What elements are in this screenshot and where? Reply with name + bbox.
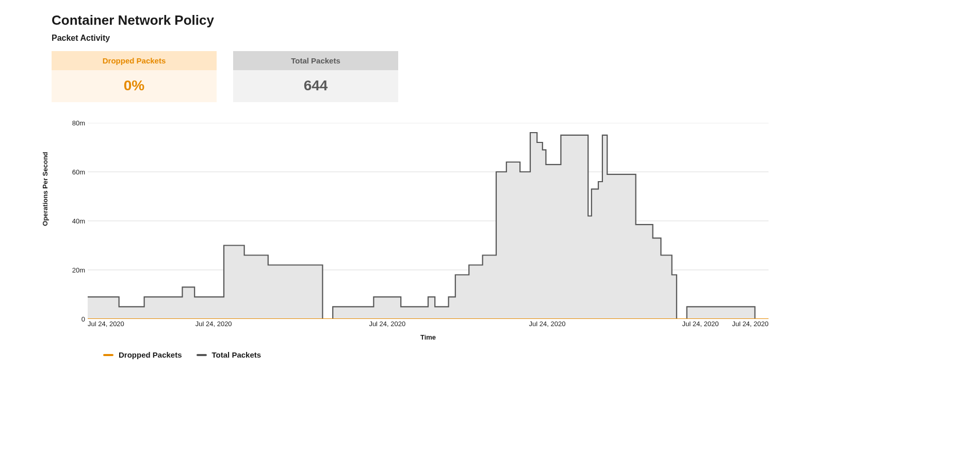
legend-label-dropped: Dropped Packets: [119, 350, 182, 359]
card-total-value: 644: [233, 70, 398, 102]
legend-item-dropped: Dropped Packets: [103, 350, 182, 359]
legend-swatch-dropped: [103, 354, 113, 356]
chart-y-ticks: 020m40m60m80m: [64, 123, 85, 319]
chart-plot-area[interactable]: [88, 123, 769, 319]
legend-item-total: Total Packets: [197, 350, 262, 359]
summary-cards: Dropped Packets 0% Total Packets 644: [52, 51, 789, 102]
card-total-label: Total Packets: [233, 51, 398, 70]
chart-x-tick: Jul 24, 2020: [369, 320, 405, 328]
chart-y-tick: 60m: [72, 168, 85, 176]
chart-y-tick: 40m: [72, 217, 85, 225]
chart-x-tick: Jul 24, 2020: [732, 320, 769, 328]
card-dropped-packets: Dropped Packets 0%: [52, 51, 217, 102]
chart-x-axis-label: Time: [88, 333, 769, 341]
packet-activity-chart: Operations Per Second 020m40m60m80m Jul …: [52, 123, 789, 359]
chart-y-axis-label: Operations Per Second: [41, 152, 49, 226]
card-dropped-value: 0%: [52, 70, 217, 102]
legend-label-total: Total Packets: [212, 350, 262, 359]
chart-x-tick: Jul 24, 2020: [195, 320, 232, 328]
chart-x-ticks: Jul 24, 2020Jul 24, 2020Jul 24, 2020Jul …: [88, 319, 769, 330]
chart-x-tick: Jul 24, 2020: [682, 320, 719, 328]
page-subtitle: Packet Activity: [52, 34, 789, 43]
chart-legend: Dropped Packets Total Packets: [103, 350, 789, 359]
chart-y-tick: 0: [81, 315, 85, 323]
card-total-packets: Total Packets 644: [233, 51, 398, 102]
page-title: Container Network Policy: [52, 12, 789, 28]
legend-swatch-total: [197, 354, 207, 356]
chart-y-tick: 80m: [72, 119, 85, 127]
chart-y-tick: 20m: [72, 266, 85, 274]
card-dropped-label: Dropped Packets: [52, 51, 217, 70]
chart-x-tick: Jul 24, 2020: [529, 320, 566, 328]
chart-x-tick: Jul 24, 2020: [88, 320, 124, 328]
